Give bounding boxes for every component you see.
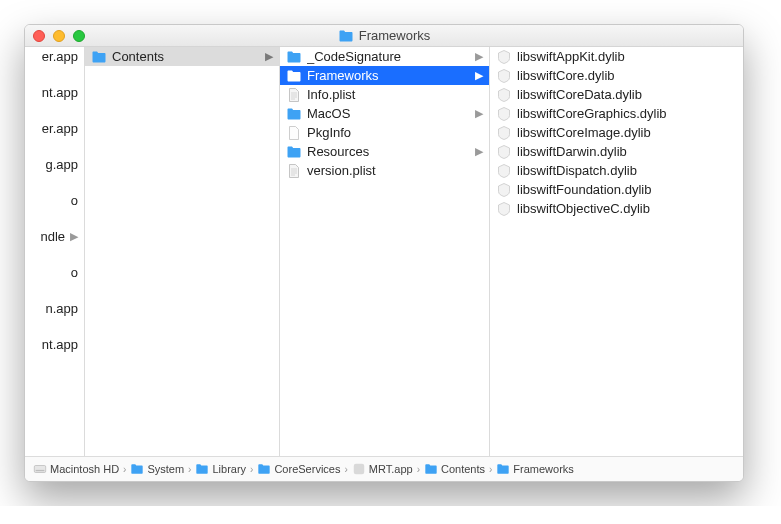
item-label: g.app: [45, 157, 78, 172]
list-item[interactable]: PkgInfo: [280, 123, 489, 142]
list-item[interactable]: Frameworks▶: [280, 66, 489, 85]
folder-icon: [424, 462, 438, 476]
svg-rect-1: [36, 470, 45, 471]
list-item[interactable]: er.app: [25, 119, 84, 138]
column-3[interactable]: libswiftAppKit.dyliblibswiftCore.dylibli…: [490, 47, 743, 456]
window-title-label: Frameworks: [359, 28, 431, 43]
list-item[interactable]: o: [25, 191, 84, 210]
item-label: Frameworks: [307, 68, 470, 83]
dylib-icon: [496, 125, 512, 141]
list-item[interactable]: Info.plist: [280, 85, 489, 104]
list-item[interactable]: libswiftCoreGraphics.dylib: [490, 104, 743, 123]
list-item[interactable]: er.app: [25, 47, 84, 66]
list-item[interactable]: o: [25, 263, 84, 282]
titlebar[interactable]: Frameworks: [25, 25, 743, 47]
dylib-icon: [496, 68, 512, 84]
list-item[interactable]: libswiftAppKit.dylib: [490, 47, 743, 66]
folder-icon: [286, 106, 302, 122]
list-item[interactable]: libswiftDispatch.dylib: [490, 161, 743, 180]
list-item[interactable]: Resources▶: [280, 142, 489, 161]
item-label: nt.app: [42, 337, 78, 352]
item-label: libswiftDispatch.dylib: [517, 163, 737, 178]
svg-rect-0: [34, 466, 45, 473]
list-item[interactable]: nt.app: [25, 335, 84, 354]
disk-icon: [33, 462, 47, 476]
item-label: version.plist: [307, 163, 483, 178]
dylib-icon: [496, 201, 512, 217]
window-title: Frameworks: [25, 28, 743, 44]
chevron-right-icon: ›: [489, 464, 492, 475]
path-segment-label: System: [147, 463, 184, 475]
item-label: libswiftDarwin.dylib: [517, 144, 737, 159]
item-label: o: [71, 265, 78, 280]
item-label: Resources: [307, 144, 470, 159]
chevron-right-icon: ›: [417, 464, 420, 475]
finder-window: Frameworks er.appnt.apper.appg.appondle▶…: [24, 24, 744, 482]
path-segment[interactable]: Frameworks: [496, 462, 574, 476]
folder-icon: [257, 462, 271, 476]
chevron-right-icon: ▶: [475, 69, 483, 82]
path-segment[interactable]: MRT.app: [352, 462, 413, 476]
list-item[interactable]: nt.app: [25, 83, 84, 102]
path-segment-label: CoreServices: [274, 463, 340, 475]
item-label: Contents: [112, 49, 260, 64]
chevron-right-icon: ›: [344, 464, 347, 475]
zoom-icon[interactable]: [73, 30, 85, 42]
list-item[interactable]: libswiftCore.dylib: [490, 66, 743, 85]
list-item[interactable]: version.plist: [280, 161, 489, 180]
item-label: nt.app: [42, 85, 78, 100]
path-segment[interactable]: System: [130, 462, 184, 476]
item-label: libswiftAppKit.dylib: [517, 49, 737, 64]
list-item[interactable]: libswiftObjectiveC.dylib: [490, 199, 743, 218]
folder-icon: [286, 144, 302, 160]
app-icon: [352, 462, 366, 476]
list-item[interactable]: ndle▶: [25, 227, 84, 246]
list-item[interactable]: libswiftFoundation.dylib: [490, 180, 743, 199]
path-segment[interactable]: Library: [195, 462, 246, 476]
path-segment-label: Contents: [441, 463, 485, 475]
minimize-icon[interactable]: [53, 30, 65, 42]
list-item[interactable]: MacOS▶: [280, 104, 489, 123]
path-segment[interactable]: Macintosh HD: [33, 462, 119, 476]
list-item[interactable]: g.app: [25, 155, 84, 174]
item-label: libswiftObjectiveC.dylib: [517, 201, 737, 216]
path-segment-label: Macintosh HD: [50, 463, 119, 475]
item-label: PkgInfo: [307, 125, 483, 140]
path-bar[interactable]: Macintosh HD›System›Library›CoreServices…: [25, 457, 743, 481]
list-item[interactable]: libswiftCoreImage.dylib: [490, 123, 743, 142]
item-label: er.app: [42, 121, 78, 136]
item-label: _CodeSignature: [307, 49, 470, 64]
chevron-right-icon: ›: [123, 464, 126, 475]
list-item[interactable]: n.app: [25, 299, 84, 318]
chevron-right-icon: ›: [188, 464, 191, 475]
folder-icon: [195, 462, 209, 476]
path-segment[interactable]: Contents: [424, 462, 485, 476]
item-label: Info.plist: [307, 87, 483, 102]
column-0[interactable]: er.appnt.apper.appg.appondle▶on.appnt.ap…: [25, 47, 85, 456]
dylib-icon: [496, 144, 512, 160]
chevron-right-icon: ›: [250, 464, 253, 475]
close-icon[interactable]: [33, 30, 45, 42]
document-icon: [286, 163, 302, 179]
folder-icon: [338, 28, 354, 44]
dylib-icon: [496, 182, 512, 198]
chevron-right-icon: ▶: [265, 50, 273, 63]
chevron-right-icon: ▶: [475, 50, 483, 63]
folder-icon: [130, 462, 144, 476]
folder-icon: [286, 49, 302, 65]
file-icon: [286, 125, 302, 141]
list-item[interactable]: _CodeSignature▶: [280, 47, 489, 66]
traffic-lights: [25, 30, 85, 42]
column-1[interactable]: Contents▶: [85, 47, 280, 456]
list-item[interactable]: libswiftDarwin.dylib: [490, 142, 743, 161]
list-item[interactable]: libswiftCoreData.dylib: [490, 85, 743, 104]
dylib-icon: [496, 49, 512, 65]
path-segment[interactable]: CoreServices: [257, 462, 340, 476]
list-item[interactable]: Contents▶: [85, 47, 279, 66]
dylib-icon: [496, 87, 512, 103]
path-segment-label: MRT.app: [369, 463, 413, 475]
item-label: libswiftCoreGraphics.dylib: [517, 106, 737, 121]
column-2[interactable]: _CodeSignature▶Frameworks▶Info.plistMacO…: [280, 47, 490, 456]
item-label: ndle: [40, 229, 65, 244]
item-label: libswiftCore.dylib: [517, 68, 737, 83]
